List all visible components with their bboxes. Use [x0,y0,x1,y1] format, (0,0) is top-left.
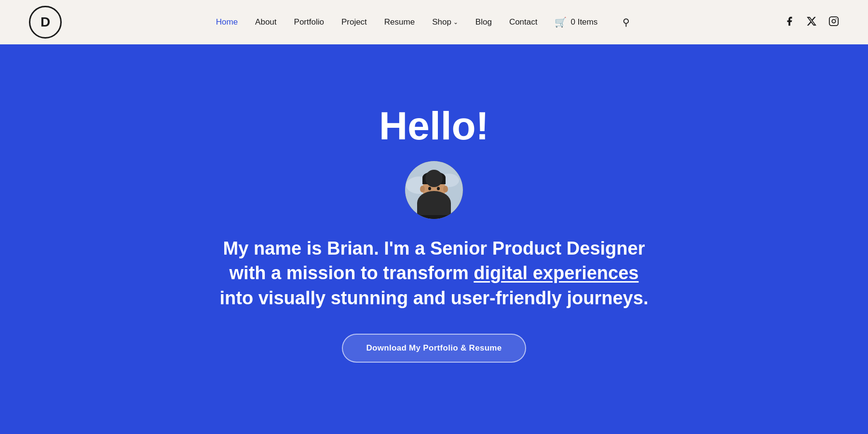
svg-point-10 [422,176,446,202]
svg-point-13 [420,186,425,192]
hero-greeting: Hello! [379,106,489,146]
logo-letter: D [41,14,50,30]
nav-shop-label: Shop [432,17,451,27]
nav-item-about[interactable]: About [255,17,276,27]
avatar-svg [405,161,463,219]
nav-item-home[interactable]: Home [216,17,238,27]
facebook-icon[interactable] [784,16,795,29]
nav-item-resume[interactable]: Resume [384,17,415,27]
social-links [784,16,839,29]
main-nav: Home About Portfolio Project Resume Shop… [62,16,784,28]
nav-item-contact[interactable]: Contact [509,17,538,27]
svg-point-2 [836,18,837,19]
svg-rect-8 [418,203,450,219]
hero-description: My name is Brian. I'm a Senior Product D… [217,236,651,311]
nav-item-blog[interactable]: Blog [475,17,492,27]
cart-icon: 🛒 [555,16,567,28]
instagram-icon[interactable] [828,16,839,29]
svg-point-14 [443,186,448,192]
cart-count: 0 Items [570,17,597,27]
nav-item-shop[interactable]: Shop ⌄ [432,17,458,27]
svg-point-1 [832,19,835,23]
nav-item-portfolio[interactable]: Portfolio [294,17,324,27]
header: D Home About Portfolio Project Resume Sh… [0,0,868,44]
svg-point-11 [422,172,446,183]
chevron-down-icon: ⌄ [453,19,458,26]
svg-rect-0 [829,16,838,25]
hero-description-link[interactable]: digital experiences [474,263,638,283]
svg-point-16 [437,187,440,190]
svg-point-15 [428,187,431,190]
svg-rect-9 [430,194,438,204]
avatar-image [405,161,463,219]
svg-rect-12 [422,177,446,184]
search-icon[interactable]: ⚲ [623,16,630,28]
download-button[interactable]: Download My Portfolio & Resume [342,334,526,363]
svg-point-4 [406,176,433,194]
twitter-x-icon[interactable] [806,16,817,29]
nav-item-project[interactable]: Project [341,17,367,27]
cart-button[interactable]: 🛒 0 Items [555,16,597,28]
avatar [405,161,463,219]
logo[interactable]: D [29,6,62,39]
hero-section: Hello! [0,44,868,434]
hero-description-part2: into visually stunning and user-friendly… [220,288,649,308]
